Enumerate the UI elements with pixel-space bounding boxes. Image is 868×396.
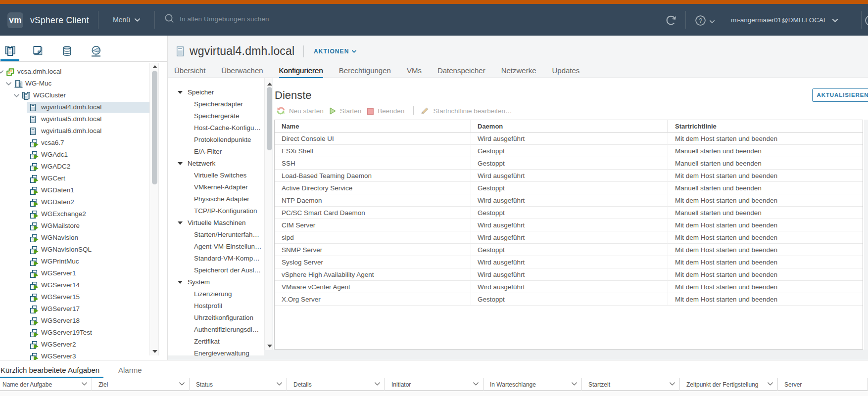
scroll-up-arrow[interactable] xyxy=(267,83,272,86)
nav-item-VMkernel-Adapter[interactable]: VMkernel-Adapter xyxy=(168,181,264,193)
scroll-down-arrow[interactable] xyxy=(152,350,157,353)
service-row-Direct Console UI[interactable]: Direct Console UIWird ausgeführtMit dem … xyxy=(275,132,863,145)
tab-recent-tasks[interactable]: Kürzlich bearbeitete Aufgaben xyxy=(0,366,99,374)
tree-expand-caret[interactable] xyxy=(14,94,19,97)
column-filter-caret[interactable] xyxy=(768,382,773,386)
tab-datenspeicher[interactable]: Datenspeicher xyxy=(437,63,485,78)
nav-item-Zertifikat[interactable]: Zertifikat xyxy=(168,336,264,348)
tree-item-WG-Muc[interactable]: WG-Muc xyxy=(0,78,149,89)
nav-item-Uhrzeitkonfiguration[interactable]: Uhrzeitkonfiguration xyxy=(168,312,264,324)
nav-item-Hostprofil[interactable]: Hostprofil xyxy=(168,300,264,312)
nav-item-Host-Cache-Konfigu[interactable]: Host-Cache-Konfigu… xyxy=(168,122,264,134)
tab-konfigurieren[interactable]: Konfigurieren xyxy=(279,63,323,78)
tree-expand-caret[interactable] xyxy=(0,70,3,74)
service-row-Load-Based Teaming Daemon[interactable]: Load-Based Teaming DaemonWird ausgeführt… xyxy=(275,170,863,182)
tree-item-WGServer3[interactable]: WGServer3 xyxy=(0,351,149,360)
column-filter-caret[interactable] xyxy=(82,382,87,386)
column-filter-caret[interactable] xyxy=(277,382,282,386)
nav-item-Physische Adapter[interactable]: Physische Adapter xyxy=(168,193,264,205)
tab-storage[interactable] xyxy=(63,46,71,56)
tree-scrollbar[interactable] xyxy=(149,63,159,355)
task-column-Status[interactable]: Status xyxy=(190,378,287,391)
task-column-Startzeit[interactable]: Startzeit xyxy=(582,378,680,391)
tree-item-wgvirtual4.dmh.local[interactable]: wgvirtual4.dmh.local xyxy=(0,101,149,113)
notification-icon[interactable]: ? xyxy=(865,15,868,26)
nav-item-Virtuelle Switches[interactable]: Virtuelle Switches xyxy=(168,170,264,181)
tree-item-WGCluster[interactable]: WGCluster xyxy=(0,89,149,101)
nav-item-Protokollendpunkte[interactable]: Protokollendpunkte xyxy=(168,134,264,146)
tree-item-WGAdc1[interactable]: WGAdc1 xyxy=(0,149,149,161)
toolbar-edit-button[interactable]: Startrichtlinie bearbeiten… xyxy=(421,107,512,115)
menu-button[interactable]: Menü xyxy=(113,16,140,24)
nav-item-Speichergeräte[interactable]: Speichergeräte xyxy=(168,110,264,122)
scroll-thumb[interactable] xyxy=(152,71,157,184)
user-menu[interactable]: mi-angermaier01@DMH.LOCAL xyxy=(731,16,838,24)
service-row-ESXi Shell[interactable]: ESXi ShellGestopptManuell starten und be… xyxy=(275,145,863,157)
service-row-SSH[interactable]: SSHGestopptManuell starten und beenden xyxy=(275,157,863,170)
refresh-icon[interactable] xyxy=(665,14,676,26)
tree-item-WGServer2[interactable]: WGServer2 xyxy=(0,339,149,351)
scroll-down-arrow[interactable] xyxy=(267,345,272,348)
service-row-Syslog Server[interactable]: Syslog ServerWird ausgeführtMit dem Host… xyxy=(275,256,863,268)
tab-berechtigungen[interactable]: Berechtigungen xyxy=(339,63,391,78)
tree-expand-caret[interactable] xyxy=(6,82,11,86)
tree-item-WGADC2[interactable]: WGADC2 xyxy=(0,161,149,173)
nav-item-Speicherort der Ausl[interactable]: Speicherort der Ausl… xyxy=(168,264,264,276)
tree-item-WGMailstore[interactable]: WGMailstore xyxy=(0,220,149,232)
tree-item-wgvirtual6.dmh.local[interactable]: wgvirtual6.dmh.local xyxy=(0,125,149,137)
nav-item-Energieverwaltung[interactable]: Energieverwaltung xyxy=(168,348,264,359)
service-row-vSphere High Availability Agent[interactable]: vSphere High Availability AgentWird ausg… xyxy=(275,268,863,281)
global-search-input[interactable]: In allen Umgebungen suchen xyxy=(165,14,269,26)
column-header-name[interactable]: Name xyxy=(282,123,299,130)
tab-networking[interactable] xyxy=(91,46,101,57)
column-divider[interactable] xyxy=(668,120,668,132)
column-filter-caret[interactable] xyxy=(572,382,577,386)
nav-group-Virtuelle Maschinen[interactable]: Virtuelle Maschinen xyxy=(168,217,264,229)
actions-button[interactable]: AKTIONEN xyxy=(314,48,356,55)
nav-item-Standard-VM-Komp[interactable]: Standard-VM-Komp… xyxy=(168,253,264,264)
scroll-up-arrow[interactable] xyxy=(152,65,157,68)
nav-item-Speicheradapter[interactable]: Speicheradapter xyxy=(168,98,264,110)
tree-item-WGDaten1[interactable]: WGDaten1 xyxy=(0,184,149,196)
column-header-startrichtlinie[interactable]: Startrichtlinie xyxy=(675,123,717,130)
tree-item-WGServer19Test[interactable]: WGServer19Test xyxy=(0,327,149,339)
nav-item-Starten/Herunterfah[interactable]: Starten/Herunterfah… xyxy=(168,229,264,241)
service-row-VMware vCenter Agent[interactable]: VMware vCenter AgentWird ausgeführtMit d… xyxy=(275,281,863,293)
tree-item-vcsa6.7[interactable]: vcsa6.7 xyxy=(0,137,149,149)
tree-item-WGServer1[interactable]: WGServer1 xyxy=(0,267,149,279)
tab-vms[interactable]: VMs xyxy=(407,63,422,78)
service-row-NTP Daemon[interactable]: NTP DaemonWird ausgeführtMit dem Host st… xyxy=(275,194,863,207)
tree-item-WGDaten2[interactable]: WGDaten2 xyxy=(0,196,149,208)
nav-item-TCP/IP-Konfiguration[interactable]: TCP/IP-Konfiguration xyxy=(168,205,264,217)
tree-item-WGServer18[interactable]: WGServer18 xyxy=(0,315,149,327)
tab-vms-and-templates[interactable] xyxy=(33,46,43,55)
tree-item-wgvirtual5.dmh.local[interactable]: wgvirtual5.dmh.local xyxy=(0,113,149,125)
column-filter-caret[interactable] xyxy=(473,382,479,386)
column-filter-caret[interactable] xyxy=(179,382,185,386)
service-row-Active Directory Service[interactable]: Active Directory ServiceGestopptManuell … xyxy=(275,182,863,194)
nav-item-Agent-VM-Einstellun[interactable]: Agent-VM-Einstellun… xyxy=(168,241,264,253)
toolbar-start-button[interactable]: Starten xyxy=(330,107,362,115)
nav-item-Authentifizierungsdi[interactable]: Authentifizierungsdi… xyxy=(168,324,264,336)
task-column-Ziel[interactable]: Ziel xyxy=(92,378,190,391)
service-row-X.Org Server[interactable]: X.Org ServerGestopptMit dem Host starten… xyxy=(275,293,863,306)
column-header-daemon[interactable]: Daemon xyxy=(478,123,503,130)
tab-übersicht[interactable]: Übersicht xyxy=(174,63,205,78)
task-column-Name der Aufgabe[interactable]: Name der Aufgabe xyxy=(0,378,92,391)
tab-überwachen[interactable]: Überwachen xyxy=(221,63,263,78)
nav-item-Lizenzierung[interactable]: Lizenzierung xyxy=(168,288,264,300)
column-divider[interactable] xyxy=(471,120,471,132)
tab-updates[interactable]: Updates xyxy=(552,63,580,78)
nav-item-E/A-Filter[interactable]: E/A-Filter xyxy=(168,146,264,158)
task-column-Initiator[interactable]: Initiator xyxy=(385,378,483,391)
toolbar-restart-button[interactable]: Neu starten xyxy=(277,107,324,115)
help-icon[interactable]: ? xyxy=(695,15,706,26)
tree-item-WGServer17[interactable]: WGServer17 xyxy=(0,303,149,315)
task-column-Zeitpunkt der Fertigstellung[interactable]: Zeitpunkt der Fertigstellung xyxy=(680,378,778,391)
column-filter-caret[interactable] xyxy=(670,382,675,386)
nav-group-System[interactable]: System xyxy=(168,276,264,288)
tree-item-WGPrintMuc[interactable]: WGPrintMuc xyxy=(0,256,149,267)
service-row-PC/SC Smart Card Daemon[interactable]: PC/SC Smart Card DaemonGestopptManuell s… xyxy=(275,207,863,219)
nav-scrollbar[interactable] xyxy=(264,78,272,350)
nav-group-Netzwerk[interactable]: Netzwerk xyxy=(168,158,264,170)
